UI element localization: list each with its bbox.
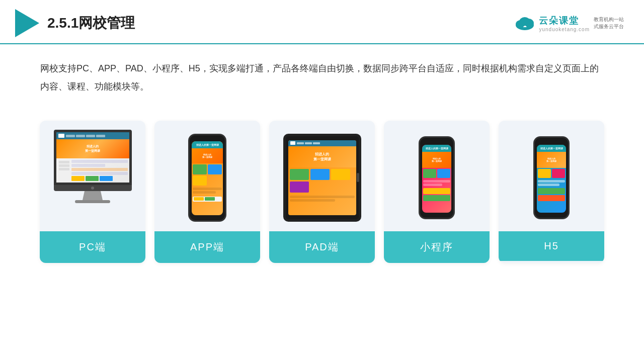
page-header: 2.5.1网校管理 ☁ 云朵课堂 yunduoketang.com 教育机构一站… — [0, 0, 644, 44]
card-label-app: APP端 — [154, 231, 260, 263]
svg-text:☁: ☁ — [523, 24, 527, 28]
monitor-device: 招进人的第一堂网课 — [49, 130, 137, 225]
card-label-h5: H5 — [499, 231, 604, 261]
description-text: 网校支持PC、APP、PAD、小程序、H5，实现多端打通，产品各终端自由切换，数… — [0, 44, 644, 101]
card-image-area-pad: 招进人的第一堂网课 — [269, 121, 375, 231]
card-image-area-app: 招进人的第一堂网课 招进人的第一堂网课 — [154, 121, 260, 231]
brand-tagline: 教育机构一站 式服务云平台 — [594, 16, 624, 30]
card-mini-program: 招进人的第一堂网课 招进人的第一堂网课 — [384, 121, 490, 263]
card-pc: 招进人的第一堂网课 — [40, 121, 145, 263]
cloud-icon: ☁ — [514, 15, 536, 31]
monitor-screen: 招进人的第一堂网课 — [54, 130, 132, 185]
card-image-area-pc: 招进人的第一堂网课 — [40, 121, 145, 231]
card-app: 招进人的第一堂网课 招进人的第一堂网课 — [154, 121, 260, 263]
screen-content-app: 招进人的第一堂网课 招进人的第一堂网课 — [192, 141, 223, 215]
card-pad: 招进人的第一堂网课 PAD端 — [269, 121, 375, 263]
card-label-mini-program: 小程序 — [384, 231, 490, 263]
header-left: 2.5.1网校管理 — [15, 9, 135, 37]
phone-mini-device: 招进人的第一堂网课 招进人的第一堂网课 — [419, 136, 455, 219]
phone-mini-screen: 招进人的第一堂网课 招进人的第一堂网课 — [422, 145, 451, 213]
phone-notch — [200, 135, 214, 138]
card-h5: 招进人的第一堂网课 招进人的第一堂网课 — [499, 121, 604, 263]
phone-h5-screen: 招进人的第一堂网课 招进人的第一堂网课 — [537, 145, 566, 213]
tablet-home-button — [357, 173, 359, 182]
brand-url: yunduoketang.com — [539, 27, 590, 32]
brand-name: 云朵课堂 — [539, 15, 590, 27]
card-label-pc: PC端 — [40, 231, 145, 263]
phone-device-app: 招进人的第一堂网课 招进人的第一堂网课 — [188, 134, 226, 222]
cards-container: 招进人的第一堂网课 — [0, 106, 644, 273]
description-paragraph: 网校支持PC、APP、PAD、小程序、H5，实现多端打通，产品各终端自由切换，数… — [40, 59, 604, 96]
logo-triangle-icon — [15, 9, 39, 37]
brand-logo: ☁ 云朵课堂 yunduoketang.com 教育机构一站 式服务云平台 — [514, 15, 624, 32]
phone-h5-device: 招进人的第一堂网课 招进人的第一堂网课 — [533, 136, 570, 219]
tablet-screen: 招进人的第一堂网课 — [288, 140, 356, 215]
card-image-area-mini: 招进人的第一堂网课 招进人的第一堂网课 — [384, 121, 490, 231]
brand-area: ☁ 云朵课堂 yunduoketang.com 教育机构一站 式服务云平台 — [514, 15, 624, 32]
phone-screen-app: 招进人的第一堂网课 招进人的第一堂网课 — [192, 141, 223, 215]
tablet-device: 招进人的第一堂网课 — [283, 134, 361, 222]
phone-mini-notch — [430, 138, 443, 141]
card-image-area-h5: 招进人的第一堂网课 招进人的第一堂网课 — [499, 121, 604, 231]
card-label-pad: PAD端 — [269, 231, 375, 263]
phone-h5-notch — [545, 138, 558, 141]
page-title: 2.5.1网校管理 — [47, 14, 135, 33]
